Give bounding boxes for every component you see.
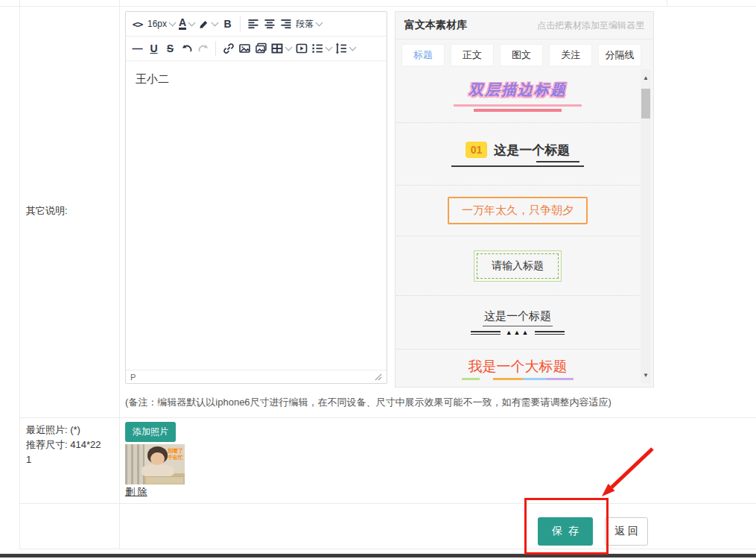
photo-thumbnail[interactable]: 别看了 干在忙 [125,444,185,484]
font-color-button[interactable]: A [177,14,196,34]
panel-scrollbar[interactable]: ▲ ▼ [641,69,651,383]
material-item-big-title[interactable]: 我是一个大标题 [396,350,639,388]
insert-link-button[interactable] [220,39,236,58]
align-center-icon [264,18,276,30]
tab-title[interactable]: 标题 [401,44,445,66]
divider-left [19,0,20,549]
photo-desk-art [146,476,183,484]
material-text: 双层描边标题 [468,80,567,100]
ordered-list-button[interactable] [310,39,333,58]
green-box: 请输入标题 [474,250,562,282]
redo-button[interactable] [195,39,211,58]
highlight-color-button[interactable] [197,14,219,34]
rich-text-editor: <> 16px A B 段落 — U S [125,11,387,384]
scroll-down-icon[interactable]: ▼ [641,370,651,380]
underline-decoration [447,161,588,167]
material-item-numbered[interactable]: 01 这是一个标题 [396,123,639,186]
chevron-down-icon [349,44,357,51]
tab-body-text[interactable]: 正文 [451,44,494,66]
resize-handle-icon[interactable] [375,373,382,381]
element-path-label: P [130,373,136,382]
editor-content-area[interactable]: 王小二 [126,61,387,370]
material-text: 这是一个标题 [494,142,570,159]
photo-overlay-text: 别看了 干在忙 [168,447,183,461]
triangles-icon: ▲▲▲ [506,329,530,336]
material-list: 双层描边标题 01 这是一个标题 一万年太久，只争朝夕 请输入标题 [396,69,639,386]
table-icon [271,42,283,54]
insert-gallery-button[interactable] [253,39,269,58]
rainbow-underline-decoration [462,378,574,380]
window-bottom-edge [0,554,756,558]
divider-topcell [667,0,667,6]
align-center-button[interactable] [261,14,277,34]
save-button[interactable]: 保存 [538,517,593,546]
strikethrough-button[interactable]: S [162,39,178,58]
chevron-down-icon [188,19,196,27]
annotation-arrow [584,443,658,502]
scroll-up-icon[interactable]: ▲ [641,72,651,83]
align-left-button[interactable] [245,14,261,34]
editor-toolbar-row2: — U S [126,37,387,61]
video-icon [296,42,308,54]
insert-video-button[interactable] [293,39,309,58]
panel-title: 富文本素材库 [404,19,467,32]
editor-status-bar: P [126,370,387,383]
editor-toolbar-row1: <> 16px A B 段落 [126,12,387,37]
material-item-green-dashed[interactable]: 请输入标题 [396,236,639,296]
toolbar-separator [240,16,241,31]
font-size-select[interactable]: 16px [146,14,177,34]
material-item-triangles[interactable]: 这是一个标题 ▲▲▲ [396,296,639,350]
chevron-down-icon [316,19,323,27]
divider-row2 [19,503,756,504]
scrollbar-thumb[interactable] [641,89,650,119]
editor-note: (备注：编辑器默认以iphone6尺寸进行编辑，在不同设备、尺寸中展示效果可能不… [125,396,612,409]
back-button[interactable]: 返回 [605,517,648,546]
other-note-label: 其它说明: [26,204,68,218]
photo-blinds-art [125,444,144,484]
material-text: 我是一个大标题 [468,357,568,376]
material-item-double-stroke[interactable]: 双层描边标题 [396,69,639,123]
toolbar-separator [215,41,216,56]
tab-follow[interactable]: 关注 [549,44,592,66]
material-text: 请输入标题 [477,253,559,279]
material-text: 一万年太久，只争朝夕 [448,197,588,224]
paragraph-format-select[interactable]: 段落 [294,14,323,34]
horizontal-rule-button[interactable]: — [130,39,145,58]
align-right-icon [280,18,292,30]
line-height-button[interactable] [334,39,357,58]
photo-label-line: 推荐尺寸: 414*22 [26,438,115,452]
link-icon [223,42,235,54]
panel-hint: 点击把素材添加至编辑器里 [537,19,644,32]
tab-divider[interactable]: 分隔线 [598,44,641,66]
insert-table-button[interactable] [270,39,293,58]
align-left-icon [247,18,259,30]
chevron-down-icon [325,44,333,51]
tab-image-text[interactable]: 图文 [500,44,543,66]
material-library-panel: 富文本素材库 点击把素材添加至编辑器里 标题 正文 图文 关注 分隔线 双层描边… [395,11,654,388]
insert-image-button[interactable] [237,39,252,58]
divider-top [0,6,756,7]
add-photo-button[interactable]: 添加照片 [125,422,176,442]
photo-label-line: 最近照片: (*) [26,423,115,438]
material-text: 这是一个标题 [483,309,553,326]
underline-decoration [474,109,562,112]
material-item-orange-box[interactable]: 一万年太久，只争朝夕 [396,186,639,236]
material-tabs: 标题 正文 图文 关注 分隔线 [396,40,653,71]
image-gallery-icon [255,42,267,54]
divider-label-column [119,0,120,549]
triangle-decoration: ▲▲▲ [471,329,565,336]
form-page: 其它说明: <> 16px A B 段落 — U [0,0,756,559]
number-badge: 01 [466,142,488,158]
redo-icon [197,43,209,54]
photo-label: 最近照片: (*) 推荐尺寸: 414*22 1 [26,423,115,467]
undo-icon [181,43,193,54]
line-height-icon [335,42,347,54]
chevron-down-icon [285,44,293,51]
align-right-button[interactable] [278,14,293,34]
bold-button[interactable]: B [220,14,235,34]
material-panel-header: 富文本素材库 点击把素材添加至编辑器里 [396,12,653,40]
underline-button[interactable]: U [146,39,162,58]
code-view-button[interactable]: <> [130,14,145,34]
undo-button[interactable] [179,39,194,58]
delete-photo-link[interactable]: 删 除 [125,485,147,499]
